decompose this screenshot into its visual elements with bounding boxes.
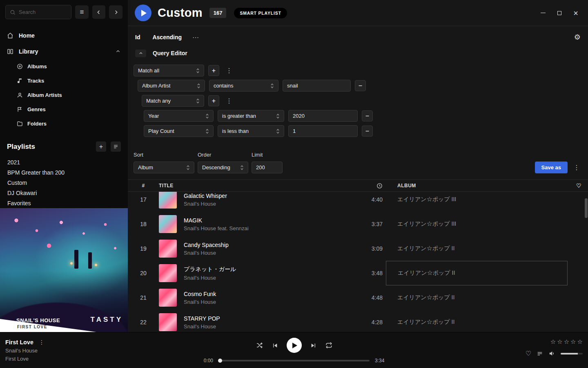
maximize-button[interactable] (553, 7, 566, 19)
sort-field-button[interactable]: Id (135, 34, 140, 40)
window-controls: × (537, 7, 582, 19)
volume-slider[interactable] (561, 353, 583, 355)
play-pause-button[interactable] (287, 338, 302, 353)
seek-bar[interactable] (218, 360, 370, 361)
sidebar-item-tracks[interactable]: Tracks (0, 74, 128, 88)
sort-label: Sort (134, 152, 194, 158)
table-row[interactable]: 19 Candy Spaceship Snail's House 3:09 エイ… (128, 236, 588, 261)
column-header-favorite[interactable]: ♡ (568, 182, 588, 189)
nav-back-button[interactable] (92, 5, 106, 19)
rule-value-input[interactable] (288, 125, 358, 137)
order-select[interactable]: Descending (198, 162, 248, 173)
next-track-icon[interactable] (310, 342, 317, 349)
column-header-album[interactable]: ALBUM (386, 183, 568, 188)
track-album[interactable]: エイリアン☆ポップ II (386, 236, 568, 261)
table-row[interactable]: 17 Galactic Whisper Snail's House 4:40 エ… (128, 192, 588, 212)
track-artist: Snail's House feat. Sennzai (184, 225, 249, 231)
column-header-duration[interactable] (356, 183, 386, 189)
rule-field-select[interactable]: Play Count (144, 125, 214, 137)
group-match-select[interactable]: Match any (142, 95, 204, 107)
remove-rule-button[interactable]: − (355, 80, 366, 91)
rule-group-menu-icon[interactable]: ⋮ (223, 67, 235, 74)
sidebar-item-home[interactable]: Home (0, 27, 128, 43)
column-header-index[interactable]: # (128, 183, 159, 188)
rule-value-input[interactable] (283, 80, 351, 92)
playlist-list-button[interactable] (111, 141, 121, 152)
table-row[interactable]: 20 プラネット・ガール Snail's House 3:48 エイリアン☆ポッ… (128, 261, 588, 285)
track-artist: Snail's House (184, 201, 227, 207)
chevron-up-icon[interactable] (115, 49, 121, 54)
seek-knob[interactable] (218, 359, 222, 363)
sidebar-item-folders[interactable]: Folders (0, 117, 128, 131)
sidebar-item-album-artists[interactable]: Album Artists (0, 88, 128, 102)
remove-rule-button[interactable]: − (362, 110, 373, 121)
sort-direction-button[interactable]: Ascending (152, 34, 182, 40)
table-row[interactable]: 18 MAGIK Snail's House feat. Sennzai 3:3… (128, 212, 588, 236)
playlist-item[interactable]: Custom (0, 177, 128, 188)
add-group-rule-button[interactable]: + (208, 95, 219, 106)
track-album[interactable]: エイリアン☆ポップ III (386, 192, 568, 212)
sidebar-item-genres[interactable]: Genres (0, 102, 128, 117)
track-album[interactable]: エイリアン☆ポップ II (386, 310, 568, 332)
sidebar-item-library[interactable]: Library (0, 43, 128, 59)
rule-operator-select[interactable]: is greater than (218, 110, 284, 122)
nav-forward-button[interactable] (109, 5, 122, 19)
playlists-header: Playlists + (0, 141, 128, 152)
close-button[interactable]: × (569, 7, 582, 19)
playlist-item[interactable]: 2021 (0, 157, 128, 167)
search-box[interactable] (5, 5, 71, 19)
rule-value-input[interactable] (288, 110, 358, 122)
repeat-icon[interactable] (325, 342, 332, 349)
search-input[interactable] (19, 9, 64, 15)
playlist-item[interactable]: Favorites (0, 198, 128, 208)
table-row[interactable]: 21 Cosmo Funk Snail's House 4:48 エイリアン☆ポ… (128, 285, 588, 310)
playlist-item[interactable]: BPM Greater than 200 (0, 167, 128, 177)
group-menu-icon[interactable]: ⋮ (223, 97, 235, 105)
track-album[interactable]: エイリアン☆ポップ III (386, 212, 568, 236)
sidebar-item-albums[interactable]: Albums (0, 59, 128, 74)
now-playing-menu-icon[interactable]: ⋮ (39, 339, 45, 346)
track-album-focused[interactable]: エイリアン☆ポップ II (386, 261, 568, 285)
previous-track-icon[interactable] (272, 342, 278, 349)
volume-fill (561, 353, 578, 355)
sort-select[interactable]: Album (134, 162, 194, 173)
star-icon[interactable]: ☆ (557, 338, 562, 346)
star-icon[interactable]: ☆ (570, 338, 576, 346)
table-row[interactable]: 22 STARRY POP Snail's House 4:28 エイリアン☆ポ… (128, 310, 588, 332)
table-header: # TITLE ALBUM ♡ (128, 180, 588, 192)
queue-icon[interactable] (537, 350, 543, 357)
rating-stars[interactable]: ☆☆☆☆☆ (550, 338, 583, 346)
rule-field-select[interactable]: Album Artist (138, 80, 205, 92)
limit-input[interactable] (252, 162, 283, 173)
sidebar-item-label: Folders (27, 121, 47, 127)
root-match-select[interactable]: Match all (134, 65, 204, 76)
rule-operator-select[interactable]: contains (209, 80, 278, 92)
now-playing-title[interactable]: First Love (5, 339, 33, 346)
star-icon[interactable]: ☆ (564, 338, 569, 346)
column-header-title[interactable]: TITLE (159, 183, 356, 188)
add-rule-button[interactable]: + (208, 65, 219, 76)
collapse-query-editor-button[interactable] (135, 49, 146, 57)
sidebar-item-label: Album Artists (27, 92, 62, 98)
playlist-item[interactable]: DJ Okawari (0, 188, 128, 198)
menu-button[interactable]: ≡ (75, 5, 89, 19)
rule-operator-select[interactable]: is less than (218, 125, 284, 137)
volume-icon[interactable] (548, 350, 555, 357)
favorite-heart-icon[interactable]: ♡ (526, 350, 531, 357)
save-menu-icon[interactable]: ⋮ (571, 164, 582, 171)
minimize-button[interactable] (537, 7, 550, 19)
save-as-button[interactable]: Save as (535, 162, 568, 173)
rule-field-select[interactable]: Year (144, 110, 214, 122)
track-album[interactable]: エイリアン☆ポップ II (386, 285, 568, 310)
star-icon[interactable]: ☆ (550, 338, 556, 346)
scrollbar-thumb[interactable] (585, 198, 588, 218)
remove-rule-button[interactable]: − (362, 126, 373, 137)
more-options-icon[interactable]: ⋯ (192, 34, 199, 41)
now-playing-artist[interactable]: Snail's House (5, 348, 176, 354)
star-icon[interactable]: ☆ (577, 338, 583, 346)
shuffle-icon[interactable] (256, 342, 263, 349)
add-playlist-button[interactable]: + (96, 141, 106, 152)
gear-icon[interactable]: ⚙ (574, 33, 581, 42)
now-playing-album[interactable]: First Love (5, 356, 176, 362)
play-playlist-button[interactable] (135, 4, 151, 21)
